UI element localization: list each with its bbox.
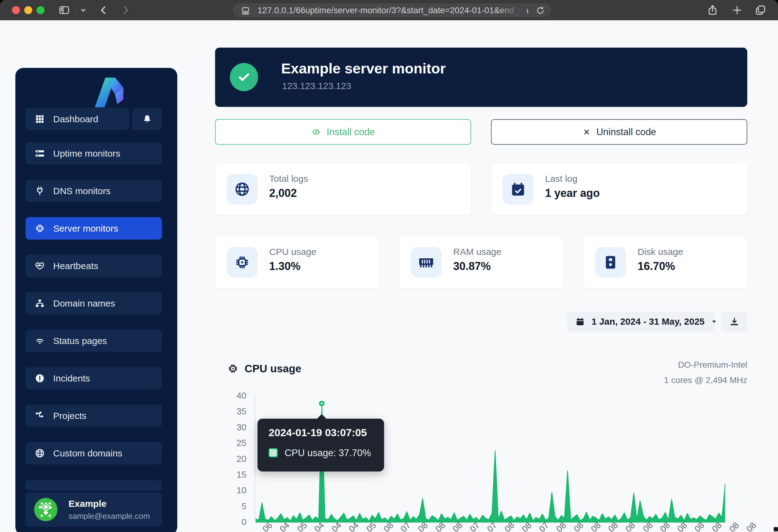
date-range-picker[interactable]: 1 Jan, 2024 - 31 May, 2025 xyxy=(567,312,714,332)
stat-card-ram-usage: RAM usage 30.87% xyxy=(399,237,563,288)
back-button[interactable] xyxy=(98,4,109,16)
monitor-header-card: Example server monitor 123.123.123.123 xyxy=(215,48,747,107)
stat-card-disk-usage: Disk usage 16.70% xyxy=(584,237,747,288)
close-window-button[interactable] xyxy=(12,6,20,14)
y-axis-label: 30 xyxy=(212,422,246,433)
y-axis-label: 10 xyxy=(212,485,246,496)
code-icon xyxy=(311,127,321,137)
stat-card-cpu-usage: CPU usage 1.30% xyxy=(215,237,379,288)
user-name: Example xyxy=(69,499,106,509)
y-axis-label: 20 xyxy=(212,454,246,464)
chip-icon xyxy=(35,223,45,234)
caret-down-icon xyxy=(710,318,718,326)
chip-icon xyxy=(227,363,238,374)
install-code-button[interactable]: Install code xyxy=(215,119,471,145)
app-window: 127.0.0.1/66uptime/server-monitor/3?&sta… xyxy=(0,0,778,532)
url-text: 127.0.0.1/66uptime/server-monitor/3?&sta… xyxy=(257,6,536,15)
page-settings-icon[interactable] xyxy=(240,5,251,16)
sidebar-item-heartbeats[interactable]: Heartbeats xyxy=(25,255,162,277)
check-icon xyxy=(237,70,251,84)
memory-icon xyxy=(411,247,442,278)
tab-overview-icon[interactable] xyxy=(755,4,766,16)
chart-title: CPU usage xyxy=(245,362,301,375)
grid-icon xyxy=(35,114,45,124)
url-fade xyxy=(499,4,527,17)
sidebar-item-custom-domains[interactable]: Custom domains xyxy=(25,442,162,464)
alert-circle-icon xyxy=(35,373,45,383)
series-swatch xyxy=(268,448,278,457)
sidebar-item-incidents[interactable]: Incidents xyxy=(25,367,162,389)
minimize-window-button[interactable] xyxy=(24,6,32,14)
globe-icon xyxy=(227,174,257,204)
download-button[interactable] xyxy=(721,312,747,332)
calendar-check-icon xyxy=(503,174,533,204)
server-stack-icon xyxy=(35,148,45,159)
plug-icon xyxy=(35,186,45,196)
y-axis-label: 15 xyxy=(212,470,246,480)
hard-drive-icon xyxy=(595,247,626,278)
page-title: Example server monitor xyxy=(281,60,446,77)
sidebar: Dashboard Uptime monitors DNS monitors S… xyxy=(15,68,177,532)
sidebar-toggle-icon[interactable] xyxy=(58,4,70,16)
stat-card-total-logs: Total logs 2,002 xyxy=(215,163,471,215)
monitor-ip: 123.123.123.123 xyxy=(282,81,351,91)
bell-icon xyxy=(142,114,152,124)
y-axis-label: 25 xyxy=(212,438,246,448)
tooltip-arrow xyxy=(317,414,327,419)
globe-icon xyxy=(35,448,45,458)
tooltip-timestamp: 2024-01-19 03:07:05 xyxy=(268,427,367,439)
sidebar-item-domain-names[interactable]: Domain names xyxy=(25,292,162,315)
tooltip-value: CPU usage: 37.70% xyxy=(285,448,371,459)
sidebar-item-uptime-monitors[interactable]: Uptime monitors xyxy=(25,142,162,165)
refresh-icon[interactable] xyxy=(536,6,545,15)
y-axis-label: 5 xyxy=(212,501,246,511)
chart-tooltip: 2024-01-19 03:07:05 CPU usage: 37.70% xyxy=(257,419,384,471)
sidebar-item-dns-monitors[interactable]: DNS monitors xyxy=(25,180,162,202)
sidebar-item-status-pages[interactable]: Status pages xyxy=(25,330,162,352)
share-icon[interactable] xyxy=(707,4,718,16)
sidebar-item-dashboard[interactable]: Dashboard xyxy=(25,108,129,130)
user-card[interactable]: Example sample@example.com xyxy=(25,493,162,527)
stat-card-last-log: Last log 1 year ago xyxy=(491,163,747,215)
user-email: sample@example.com xyxy=(69,511,150,521)
toolbar-divider xyxy=(77,6,77,15)
notifications-button[interactable] xyxy=(132,108,162,130)
server-type-label: DO-Premium-Intel xyxy=(678,360,747,370)
app-logo-icon xyxy=(78,74,145,111)
share-nodes-icon xyxy=(35,411,45,421)
status-up-badge xyxy=(230,63,258,91)
chart-header: CPU usage xyxy=(227,362,301,375)
sidebar-item-clipped xyxy=(25,480,162,491)
zoom-window-button[interactable] xyxy=(36,6,45,14)
cpu-info-label: 1 cores @ 2,494 MHz xyxy=(664,375,747,385)
y-axis-label: 40 xyxy=(212,391,246,401)
forward-button[interactable] xyxy=(120,4,132,16)
sidebar-item-projects[interactable]: Projects xyxy=(25,405,162,427)
avatar xyxy=(34,498,58,521)
date-range-label: 1 Jan, 2024 - 31 May, 2025 xyxy=(592,317,705,327)
browser-toolbar: 127.0.0.1/66uptime/server-monitor/3?&sta… xyxy=(0,0,778,21)
chevron-down-icon[interactable] xyxy=(79,6,88,15)
wifi-icon xyxy=(35,336,45,346)
sidebar-item-server-monitors[interactable]: Server monitors xyxy=(25,217,162,240)
uninstall-code-button[interactable]: Uninstall code xyxy=(491,119,747,145)
bottom-corner-element xyxy=(774,527,778,531)
sitemap-icon xyxy=(35,298,45,308)
chip-icon xyxy=(227,247,257,278)
address-bar[interactable]: 127.0.0.1/66uptime/server-monitor/3?&sta… xyxy=(233,3,551,17)
x-icon xyxy=(582,128,591,137)
y-axis-label: 0 xyxy=(212,517,246,527)
y-axis-label: 35 xyxy=(212,407,246,417)
heart-pulse-icon xyxy=(35,261,45,271)
new-tab-icon[interactable] xyxy=(731,4,743,16)
download-icon xyxy=(729,317,739,327)
calendar-icon xyxy=(575,317,585,326)
